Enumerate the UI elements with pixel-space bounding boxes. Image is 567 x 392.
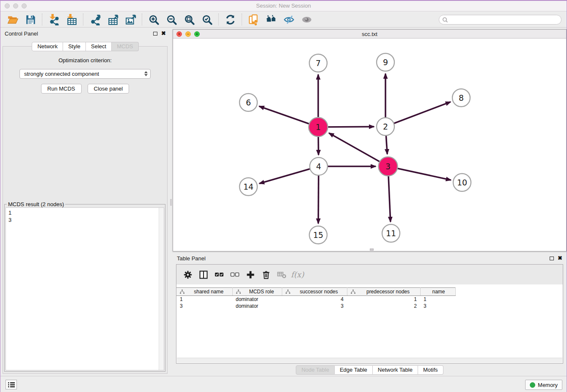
edge-2-8 [385,102,451,127]
graph-node-3[interactable]: 3 [379,157,398,176]
deselect-all-icon[interactable] [228,268,241,281]
mcds-result-title: MCDS result (2 nodes) [7,201,65,207]
save-session-icon[interactable] [24,13,37,26]
close-table-panel-icon[interactable]: ✖ [558,256,562,260]
mcds-result-line: 1 [8,209,161,216]
memory-button-label: Memory [538,382,558,388]
table-row[interactable]: 1dominator411 [176,296,455,303]
tab-mcds[interactable]: MCDS [112,42,138,51]
table-cell[interactable]: 1 [176,296,232,303]
canvas-hscroll-thumb[interactable] [370,248,374,251]
mcds-result-line: 3 [8,216,161,224]
criterion-select[interactable]: strongly connected component [19,69,151,79]
app-window: Session: New Session Control Panel ✖ Net… [0,1,567,392]
zoom-fit-icon[interactable] [183,13,195,26]
columns-icon[interactable] [197,268,210,281]
run-mcds-button[interactable]: Run MCDS [41,84,82,94]
graph-node-2[interactable]: 2 [377,118,394,135]
zoom-out-icon[interactable] [165,13,178,26]
column-tree-icon [180,290,184,294]
network-close-icon[interactable]: × [176,31,182,37]
import-table-icon[interactable] [65,13,78,26]
svg-text:7: 7 [316,58,321,68]
delete-table-icon [275,268,288,281]
status-bar: Memory [0,376,567,392]
control-panel-title: Control Panel [5,30,38,37]
table-cell[interactable]: 3 [420,303,455,309]
network-canvas[interactable]: 7968124314101511 [173,39,566,251]
zoom-selected-icon[interactable] [201,13,213,26]
memory-status-icon [530,382,535,388]
open-session-icon[interactable] [6,13,19,26]
table-cell[interactable]: 1 [347,296,420,303]
graph-node-4[interactable]: 4 [310,157,328,175]
toolbar-separator [218,14,219,25]
apply-layout-icon[interactable] [224,13,237,26]
graph-node-7[interactable]: 7 [309,54,327,72]
panel-splitter-handle[interactable] [170,199,172,206]
export-image-icon[interactable] [124,13,137,26]
graph-node-6[interactable]: 6 [239,94,257,111]
gear-icon[interactable] [182,268,194,281]
graph-node-14[interactable]: 14 [239,178,257,196]
table-hscrollbar[interactable] [177,358,562,363]
add-column-icon[interactable] [244,268,257,281]
delete-column-icon[interactable] [260,268,272,281]
graph-node-11[interactable]: 11 [382,224,400,242]
search-box[interactable] [439,15,561,25]
table-cell[interactable]: 3 [282,303,347,309]
import-network-icon[interactable] [47,13,60,26]
svg-text:10: 10 [457,178,467,187]
tab-style[interactable]: Style [63,42,86,51]
task-history-button[interactable] [6,380,17,389]
table-cell[interactable]: 1 [420,296,455,303]
graph-node-8[interactable]: 8 [452,89,470,107]
graph-node-10[interactable]: 10 [453,174,471,191]
float-table-panel-icon[interactable] [550,257,554,260]
export-network-icon[interactable] [88,13,101,26]
table-cell[interactable]: 4 [282,296,347,303]
select-all-icon[interactable] [213,268,226,281]
table-cell[interactable]: dominator [232,303,282,309]
zoom-in-icon[interactable] [147,13,160,26]
search-input[interactable] [448,17,561,23]
node-table[interactable]: shared nameMCDS rolesuccessor nodesprede… [176,287,456,309]
export-table-icon[interactable] [106,13,119,26]
table-cell[interactable]: 3 [176,303,232,309]
column-header-predecessor-nodes[interactable]: predecessor nodes [347,288,420,296]
graph-node-9[interactable]: 9 [377,53,394,71]
svg-text:15: 15 [313,230,323,240]
control-panel: Control Panel ✖ NetworkStyleSelectMCDS O… [0,28,170,376]
table-cell[interactable]: 2 [347,303,420,309]
table-cell[interactable]: dominator [232,296,282,303]
table-toolbar: f(x) [176,265,563,284]
duplicate-network-icon[interactable] [247,13,260,26]
column-header-shared-name[interactable]: shared name [176,288,232,296]
graph-node-15[interactable]: 15 [309,226,327,244]
network-minimize-icon[interactable]: – [185,31,191,37]
mcds-result-textarea[interactable]: 13 [6,207,164,370]
result-scrollbar[interactable] [159,208,164,370]
table-row[interactable]: 3dominator323 [176,303,455,309]
hide-selected-icon[interactable] [283,13,295,26]
table-panel: Table Panel ✖ f(x) shared nameMCDS roles… [173,253,567,376]
graph-node-1[interactable]: 1 [309,118,328,137]
close-panel-icon[interactable]: ✖ [161,31,166,36]
column-header-name[interactable]: name [420,288,455,296]
show-all-icon[interactable] [300,13,313,26]
app-title: Session: New Session [0,3,567,9]
table-tab-motifs[interactable]: Motifs [418,365,443,375]
tab-network[interactable]: Network [32,42,63,51]
table-tab-network-table[interactable]: Network Table [373,365,418,375]
column-header-successor-nodes[interactable]: successor nodes [282,288,347,296]
network-window-titlebar[interactable]: × – + scc.txt [173,30,566,39]
network-maximize-icon[interactable]: + [194,31,200,37]
column-header-MCDS-role[interactable]: MCDS role [232,288,282,296]
float-panel-icon[interactable] [153,32,157,36]
tab-select[interactable]: Select [86,42,112,51]
table-tab-edge-table[interactable]: Edge Table [335,365,373,375]
first-neighbors-icon[interactable] [265,13,278,26]
close-panel-button[interactable]: Close panel [88,84,129,94]
memory-button[interactable]: Memory [525,380,562,390]
table-tab-node-table[interactable]: Node Table [296,365,335,375]
